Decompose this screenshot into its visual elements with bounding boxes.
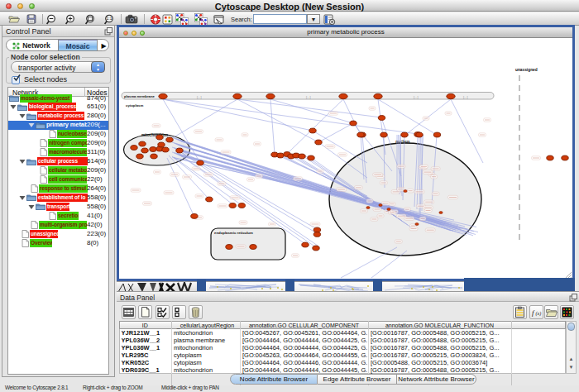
svg-text:mitochondrion: mitochondrion [141, 133, 168, 137]
svg-text:cytoplasm: cytoplasm [126, 103, 143, 108]
svg-text:endoplasmic reticulum: endoplasmic reticulum [214, 231, 253, 235]
svg-text:(x): (x) [536, 311, 542, 317]
svg-text:plasma membrane: plasma membrane [124, 94, 155, 98]
svg-text:[...]: [...] [197, 95, 202, 99]
svg-text:f: f [532, 308, 535, 317]
svg-text:[...]: [...] [414, 95, 419, 99]
svg-text:nucleus: nucleus [395, 140, 410, 144]
svg-text:1:1: 1:1 [107, 16, 112, 21]
svg-text:[...]: [...] [306, 95, 311, 99]
svg-text:[...]: [...] [463, 95, 468, 99]
svg-text:unassigned: unassigned [515, 68, 538, 72]
